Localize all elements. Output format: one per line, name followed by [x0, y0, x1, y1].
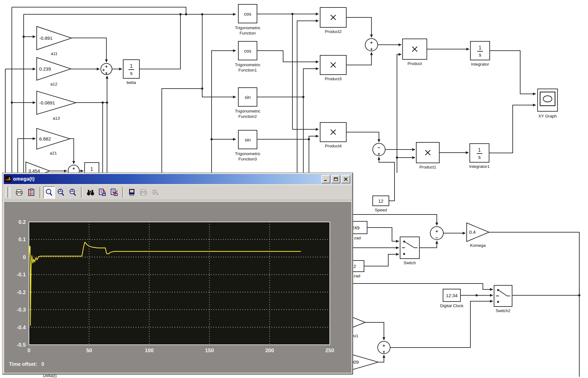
svg-text:y: y — [72, 189, 73, 191]
block-a13[interactable]: -0.0891a13 — [37, 91, 76, 121]
wire — [162, 15, 202, 173]
sum-sign: + — [72, 166, 75, 171]
zoom-button[interactable] — [43, 186, 55, 199]
restore-axes-settings-button[interactable] — [108, 186, 120, 199]
y-tick-label: -0.3 — [17, 307, 26, 313]
matlab-icon — [5, 176, 11, 182]
sum-sign: + — [105, 64, 108, 69]
zoom-y-axis-button[interactable]: y — [67, 186, 79, 199]
block-label: Product2 — [325, 29, 342, 34]
sum-sign: + — [370, 40, 373, 45]
block-komega[interactable]: 0.4Komega — [467, 223, 489, 248]
autoscale-button[interactable] — [85, 186, 96, 199]
sum-sign: − — [436, 235, 438, 240]
trig-function-name: cos — [244, 11, 251, 16]
maximize-icon — [334, 177, 338, 181]
block-label: Switch2 — [496, 308, 510, 313]
printer-icon — [16, 188, 24, 196]
gain-value: -0.0891 — [39, 100, 55, 105]
y-tick-label: -0.4 — [17, 325, 26, 330]
block-label: Function2 — [238, 114, 257, 119]
block-trig1[interactable]: cosTrigonometricFunction1 — [235, 41, 260, 72]
block-switch2[interactable]: Switch2 — [494, 285, 512, 313]
wire — [212, 51, 236, 173]
toolbar-separator — [81, 187, 82, 198]
y-tick-label: -0.2 — [17, 289, 26, 295]
parameters-button[interactable] — [26, 186, 37, 199]
block-switch[interactable]: Switch — [400, 237, 419, 265]
block-label: a13 — [53, 116, 60, 121]
block-trig3[interactable]: sinTrigonometricFunction3 — [235, 130, 260, 161]
sum-sign: + — [383, 343, 385, 348]
block-sum1[interactable]: +++ — [101, 63, 112, 76]
wire — [365, 322, 384, 340]
trig-function-name: cos — [244, 48, 251, 53]
wire — [397, 54, 401, 173]
toolbar-grip[interactable] — [6, 187, 8, 198]
block-sum4[interactable]: ++ — [378, 341, 390, 354]
integrator-numerator: 1 — [479, 45, 482, 50]
block-a21[interactable]: 6.882a21 — [37, 128, 70, 155]
y-tick-label: 0.1 — [18, 237, 26, 242]
x-tick-label: 150 — [205, 348, 214, 353]
print-button[interactable] — [14, 186, 26, 199]
block-label: Switch — [404, 260, 416, 265]
sum-sign: − — [378, 145, 380, 150]
block-product1[interactable]: Product1 — [416, 142, 439, 169]
block-trig2[interactable]: sinTrigonometricFunction2 — [235, 88, 260, 119]
wire — [76, 76, 107, 103]
wire — [419, 241, 437, 248]
block-digital-clock[interactable]: 12:34Digital Clock — [440, 289, 463, 308]
close-icon — [344, 177, 348, 181]
printer-doc-icon — [140, 188, 148, 196]
block-integrator[interactable]: 1sIntegrator — [470, 41, 490, 67]
block-product2[interactable]: Product2 — [320, 7, 346, 34]
gain-value: 0.239 — [39, 66, 51, 71]
magnifier-icon — [45, 188, 53, 196]
signal-selection-button[interactable] — [150, 186, 161, 199]
block-betta[interactable]: 1sbetta — [123, 60, 139, 85]
maximize-button[interactable] — [331, 175, 340, 183]
integrator-numerator: 1 — [91, 167, 93, 172]
block-a11[interactable]: -0.891a11 — [37, 26, 72, 56]
block-product3[interactable]: Product3 — [320, 55, 346, 81]
floating-scope-button[interactable] — [126, 186, 138, 199]
integrator-denominator: s — [130, 71, 133, 76]
signal-lines-icon — [152, 188, 160, 196]
gain-value: -0.891 — [39, 35, 53, 41]
block-xy-graph[interactable]: XY Graph — [538, 89, 558, 118]
block-sum-pp[interactable]: ++ — [365, 39, 378, 52]
integrator-denominator: s — [479, 52, 481, 58]
block-a12[interactable]: 0.239a12 — [37, 58, 71, 86]
wire — [390, 301, 493, 348]
block-trig[interactable]: cosTrigonometricFunction — [235, 4, 260, 35]
minimize-button[interactable] — [321, 175, 330, 183]
zoom-x-axis-button[interactable]: x — [55, 186, 67, 199]
block-speed[interactable]: 12Speed — [373, 196, 389, 212]
scope-plot[interactable]: 0.20.10-0.1-0.2-0.3-0.4-0.50501001502002… — [5, 202, 351, 373]
block-product[interactable]: Product — [403, 39, 427, 66]
block-label: Trigonometric — [235, 109, 260, 113]
block-integrator1[interactable]: 1sIntegrator1 — [469, 144, 489, 169]
block-sum-mp[interactable]: −+ — [373, 143, 385, 156]
block-label: Function1 — [238, 68, 257, 72]
block-label: betta — [127, 80, 136, 85]
close-button[interactable] — [341, 175, 350, 183]
block-label: Product1 — [419, 165, 436, 169]
scope-titlebar[interactable]: omega(t) — [4, 174, 352, 184]
y-tick-label: -0.1 — [17, 272, 26, 278]
time-offset-label: Time offset: — [9, 362, 37, 367]
lock-axes-button[interactable] — [138, 186, 150, 199]
block-sum-k[interactable]: +− — [430, 227, 443, 240]
integrator-denominator: s — [478, 154, 481, 160]
save-axes-settings-button[interactable] — [96, 186, 108, 199]
wire — [490, 51, 536, 94]
block-product4[interactable]: Product4 — [320, 122, 346, 148]
x-tick-label: 100 — [145, 348, 154, 353]
y-tick-label: 0 — [23, 254, 26, 260]
wire — [346, 132, 379, 142]
block-label: XY Graph — [538, 114, 557, 118]
y-tick-label: 0.2 — [18, 219, 26, 225]
wire — [352, 284, 493, 289]
toolbar-grip-line — [10, 187, 11, 198]
